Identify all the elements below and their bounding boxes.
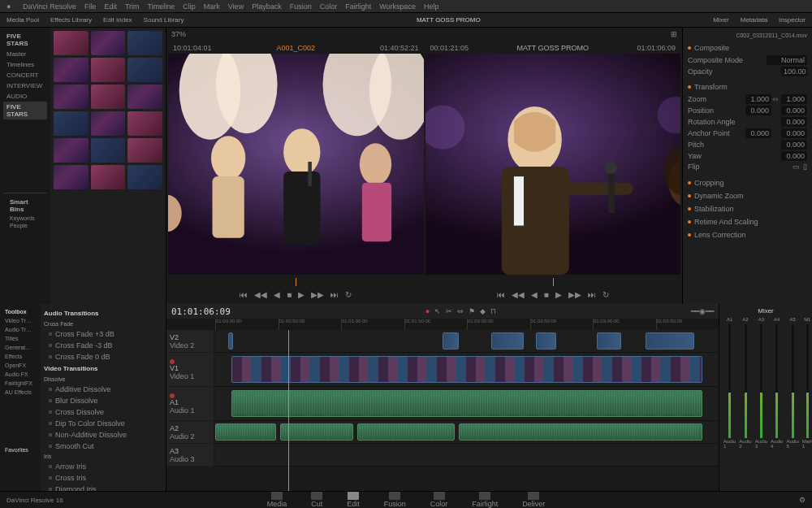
arrow-tool-icon[interactable]: ↖ — [434, 307, 441, 315]
stabilization-section[interactable]: Stabilization — [694, 205, 734, 213]
clip-thumb[interactable] — [91, 165, 126, 189]
play-icon[interactable]: ▶ — [298, 290, 304, 299]
bin-fivestars[interactable]: FIVE STARS — [3, 102, 47, 119]
inspector-toggle[interactable]: Inspector — [779, 16, 806, 24]
first-frame-icon[interactable]: ⏮ — [240, 290, 248, 299]
mixer-channel[interactable]: A1Audio 1 — [723, 316, 736, 449]
apple-menu[interactable]: ● — [6, 2, 15, 11]
clip-thumb[interactable] — [127, 138, 162, 163]
sound-library-toggle[interactable]: Sound Library — [144, 16, 184, 24]
video-clip[interactable] — [646, 332, 694, 350]
clip-thumb[interactable] — [127, 111, 162, 136]
edit-index-toggle[interactable]: Edit Index — [103, 16, 132, 24]
clip-thumb[interactable] — [127, 165, 162, 189]
flag-icon[interactable]: ⚑ — [469, 307, 475, 315]
audio-clip[interactable] — [215, 423, 276, 441]
play-icon[interactable]: ▶ — [555, 290, 562, 299]
fx-cat[interactable]: OpenFX — [3, 361, 37, 370]
fx-item[interactable]: Non-Additive Dissolve — [44, 429, 162, 441]
track-v1[interactable]: V1Video 1 — [215, 353, 719, 387]
first-frame-icon[interactable]: ⏮ — [497, 290, 505, 299]
pos-x-input[interactable]: 0.000 — [745, 106, 771, 115]
favorites[interactable]: Favorites — [3, 445, 37, 454]
prev-frame-icon[interactable]: ◀◀ — [512, 290, 525, 299]
source-scrubber[interactable] — [168, 278, 424, 286]
source-clip-name[interactable]: A001_C002 — [276, 44, 315, 52]
anchor-y-input[interactable]: 0.000 — [781, 128, 807, 138]
zoom-slider[interactable]: ━━◉━━ — [691, 307, 714, 315]
clip-thumb[interactable] — [54, 85, 89, 109]
fx-item[interactable]: Cross Dissolve — [44, 406, 162, 418]
clip-thumb[interactable] — [54, 58, 89, 82]
prev-frame-icon[interactable]: ◀◀ — [254, 290, 267, 299]
page-media[interactable]: Media — [267, 492, 287, 508]
pitch-input[interactable]: 0.000 — [781, 140, 807, 150]
clip-thumb[interactable] — [91, 111, 126, 136]
audio-clip[interactable] — [231, 390, 702, 417]
app-name[interactable]: DaVinci Resolve — [23, 2, 76, 11]
loop-icon[interactable]: ↻ — [603, 290, 609, 299]
track-v2[interactable]: V2Video 2 — [215, 330, 719, 353]
playhead[interactable] — [288, 330, 289, 491]
fx-item[interactable]: Cross Fade +3 dB — [44, 328, 162, 340]
fx-item[interactable]: Additive Dissolve — [44, 384, 162, 395]
mixer-channel[interactable]: A4Audio 4 — [770, 316, 784, 449]
video-clip[interactable] — [231, 356, 702, 383]
last-frame-icon[interactable]: ⏭ — [588, 290, 596, 299]
menu-fairlight[interactable]: Fairlight — [345, 2, 371, 11]
bin-timelines[interactable]: Timelines — [3, 59, 47, 70]
track-a1[interactable]: A1Audio 1 — [215, 387, 719, 421]
video-clip[interactable] — [597, 332, 621, 350]
bin-interview[interactable]: INTERVIEW — [3, 80, 47, 91]
clip-thumb[interactable] — [127, 31, 162, 55]
clip-thumb[interactable] — [54, 111, 89, 136]
fx-cat[interactable]: Video Tr… — [3, 316, 37, 325]
clip-thumb[interactable] — [127, 58, 162, 82]
video-clip[interactable] — [443, 332, 459, 350]
blade-tool-icon[interactable]: ✂ — [446, 307, 452, 315]
menu-file[interactable]: File — [84, 2, 97, 11]
timeline-monitor[interactable] — [425, 54, 681, 275]
composite-mode-select[interactable]: Normal — [767, 55, 807, 65]
page-fairlight[interactable]: Fairlight — [472, 492, 498, 508]
timeline-scrubber[interactable] — [425, 278, 681, 286]
page-cut[interactable]: Cut — [311, 492, 322, 508]
media-pool-toggle[interactable]: Media Pool — [6, 16, 39, 24]
page-color[interactable]: Color — [430, 492, 448, 508]
lens-section[interactable]: Lens Correction — [694, 231, 746, 239]
fx-cat[interactable]: AU Effects — [3, 388, 37, 397]
record-icon[interactable]: ● — [425, 307, 430, 315]
loop-icon[interactable]: ↻ — [345, 290, 352, 299]
effects-library-toggle[interactable]: Effects Library — [50, 16, 92, 24]
fx-item[interactable]: Smooth Cut — [44, 441, 162, 452]
fx-cat[interactable]: Audio Tr… — [3, 325, 37, 334]
page-edit[interactable]: Edit — [347, 492, 360, 508]
play-reverse-icon[interactable]: ◀ — [274, 290, 280, 299]
dynamiczoom-section[interactable]: Dynamic Zoom — [694, 192, 744, 200]
stop-icon[interactable]: ■ — [287, 290, 292, 299]
fx-cat[interactable]: Effects — [3, 352, 37, 361]
video-clip[interactable] — [536, 332, 556, 350]
smartbin-keywords[interactable]: Keywords — [6, 215, 44, 222]
anchor-x-input[interactable]: 0.000 — [745, 128, 771, 138]
opacity-input[interactable]: 100.00 — [781, 67, 807, 76]
menu-view[interactable]: View — [228, 2, 244, 11]
metadata-toggle[interactable]: Metadata — [741, 16, 767, 24]
mixer-channel[interactable]: M1Main 1 — [801, 316, 812, 449]
retime-section[interactable]: Retime And Scaling — [694, 218, 758, 226]
link-icon[interactable]: ⇔ — [771, 95, 780, 103]
track-a3[interactable]: A3Audio 3 — [215, 444, 719, 467]
timeline-name[interactable]: MATT GOSS PROMO — [516, 44, 589, 52]
fx-item[interactable]: Dip To Color Dissolve — [44, 418, 162, 429]
mixer-toggle[interactable]: Mixer — [713, 16, 729, 24]
clip-thumb[interactable] — [54, 138, 89, 163]
zoom-x-input[interactable]: 1.000 — [745, 94, 771, 104]
page-deliver[interactable]: Deliver — [522, 492, 545, 508]
fx-cat[interactable]: Generat… — [3, 343, 37, 352]
fx-item[interactable]: Cross Iris — [44, 472, 162, 484]
play-reverse-icon[interactable]: ◀ — [531, 290, 538, 299]
clip-thumb[interactable] — [54, 31, 89, 55]
mixer-channel[interactable]: A3Audio 3 — [754, 316, 768, 449]
pos-y-input[interactable]: 0.000 — [781, 106, 807, 115]
next-frame-icon[interactable]: ▶▶ — [568, 290, 581, 299]
